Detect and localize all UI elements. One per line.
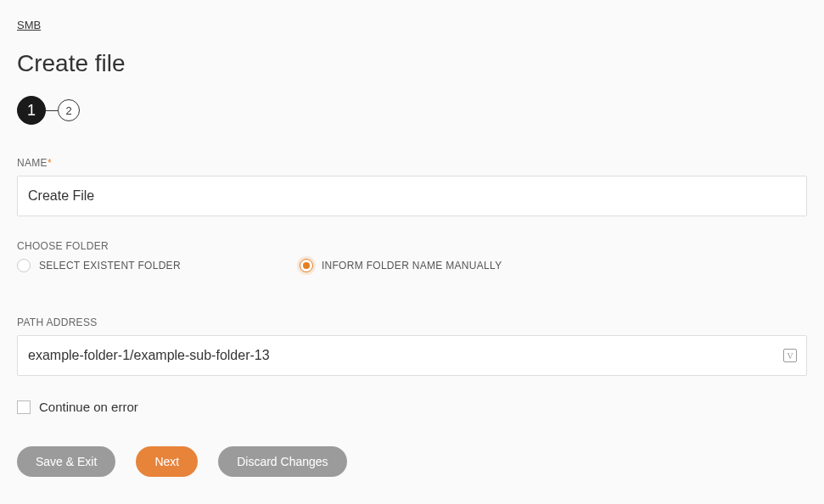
discard-changes-button[interactable]: Discard Changes bbox=[218, 446, 346, 477]
path-address-label: PATH ADDRESS bbox=[17, 316, 807, 328]
radio-circle-existent[interactable] bbox=[17, 259, 31, 272]
radio-label-existent: SELECT EXISTENT FOLDER bbox=[39, 260, 181, 272]
variable-icon[interactable]: V bbox=[783, 349, 797, 362]
radio-inform-manually[interactable]: INFORM FOLDER NAME MANUALLY bbox=[300, 259, 502, 272]
name-input[interactable] bbox=[17, 176, 807, 216]
button-row: Save & Exit Next Discard Changes bbox=[17, 446, 807, 477]
save-exit-button[interactable]: Save & Exit bbox=[17, 446, 115, 477]
step-2[interactable]: 2 bbox=[58, 99, 80, 121]
path-address-input[interactable] bbox=[17, 335, 807, 376]
name-label: NAME* bbox=[17, 157, 807, 169]
choose-folder-label: CHOOSE FOLDER bbox=[17, 240, 807, 252]
choose-folder-group: CHOOSE FOLDER SELECT EXISTENT FOLDER INF… bbox=[17, 240, 807, 272]
path-address-group: PATH ADDRESS V bbox=[17, 316, 807, 376]
name-field-group: NAME* bbox=[17, 157, 807, 216]
page-title: Create file bbox=[17, 50, 807, 77]
radio-row: SELECT EXISTENT FOLDER INFORM FOLDER NAM… bbox=[17, 259, 807, 272]
continue-on-error-checkbox[interactable] bbox=[17, 400, 31, 414]
radio-select-existent[interactable]: SELECT EXISTENT FOLDER bbox=[17, 259, 181, 272]
stepper: 1 2 bbox=[17, 96, 807, 125]
radio-circle-manual[interactable] bbox=[300, 259, 313, 272]
path-input-wrapper: V bbox=[17, 335, 807, 376]
required-star: * bbox=[48, 157, 52, 169]
continue-on-error-label: Continue on error bbox=[39, 400, 138, 414]
continue-on-error-row: Continue on error bbox=[17, 400, 807, 414]
radio-label-manual: INFORM FOLDER NAME MANUALLY bbox=[322, 260, 502, 272]
step-1[interactable]: 1 bbox=[17, 96, 46, 125]
name-label-text: NAME bbox=[17, 157, 48, 169]
next-button[interactable]: Next bbox=[136, 446, 198, 477]
breadcrumb-smb[interactable]: SMB bbox=[17, 19, 41, 31]
step-connector bbox=[46, 110, 58, 111]
